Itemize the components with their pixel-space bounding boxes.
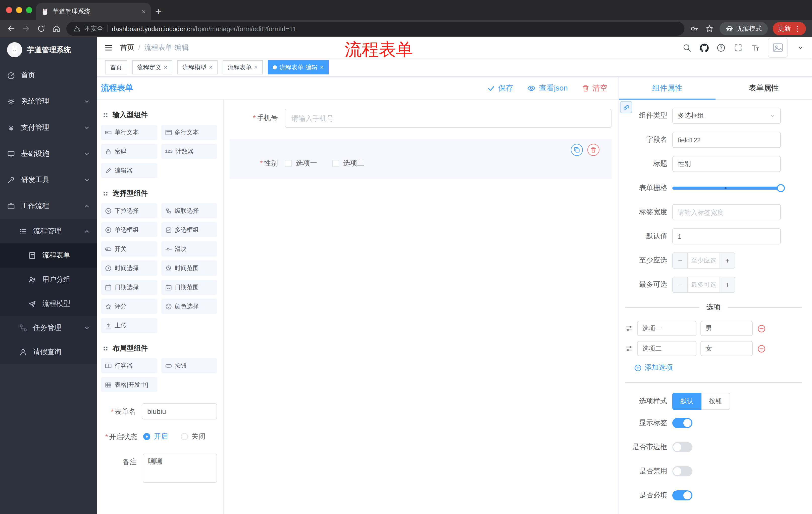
gender-field-block-selected[interactable]: *性别 选项一 选项二 <box>230 139 611 179</box>
min-select-value[interactable]: 至少应选 <box>688 253 720 268</box>
disabled-switch[interactable] <box>672 466 692 476</box>
radio-closed[interactable]: 关闭 <box>181 432 205 441</box>
sidebar-item-payment[interactable]: ¥ 支付管理 <box>0 115 97 141</box>
back-icon[interactable] <box>6 24 16 34</box>
border-switch[interactable] <box>672 442 692 452</box>
tag-home[interactable]: 首页 <box>105 60 127 75</box>
sidebar-item-process-model[interactable]: 流程模型 <box>0 292 97 316</box>
browser-update-button[interactable]: 更新 ⋮ <box>773 22 806 35</box>
password-key-icon[interactable] <box>689 24 699 34</box>
palette-item-switch[interactable]: 开关 <box>101 241 157 256</box>
form-name-input[interactable] <box>142 403 217 420</box>
minus-icon[interactable]: − <box>673 277 688 292</box>
save-button[interactable]: 保存 <box>488 83 513 93</box>
window-zoom-button[interactable] <box>26 7 32 13</box>
field-name-input[interactable] <box>672 132 781 148</box>
slider-handle[interactable] <box>777 184 785 192</box>
sidebar-logo[interactable]: 芋道管理系统 <box>0 37 97 62</box>
style-default-button[interactable]: 默认 <box>672 393 701 410</box>
view-json-button[interactable]: 查看json <box>527 83 568 93</box>
palette-item-date-range[interactable]: 日期范围 <box>161 280 217 295</box>
tag-process-form[interactable]: 流程表单× <box>223 60 263 75</box>
palette-item-time-range[interactable]: 时间范围 <box>161 261 217 276</box>
palette-item-rate[interactable]: 评分 <box>101 299 157 314</box>
option-value-input[interactable] <box>700 321 753 336</box>
palette-item-cascader[interactable]: 级联选择 <box>161 203 217 218</box>
avatar[interactable] <box>768 38 788 58</box>
add-option-button[interactable]: 添加选项 <box>634 363 802 372</box>
close-icon[interactable]: × <box>254 64 258 71</box>
minus-icon[interactable]: − <box>673 253 688 268</box>
sidebar-item-system[interactable]: 系统管理 <box>0 88 97 115</box>
palette-item-editor[interactable]: 编辑器 <box>101 163 157 178</box>
slider-track[interactable] <box>672 187 781 190</box>
phone-input[interactable] <box>285 109 611 128</box>
phone-field-row[interactable]: *手机号 <box>230 109 611 128</box>
style-button-button[interactable]: 按钮 <box>701 393 730 410</box>
grid-slider[interactable] <box>672 180 781 196</box>
palette-item-time-picker[interactable]: 时间选择 <box>101 261 157 276</box>
sidebar-item-workflow[interactable]: 工作流程 <box>0 193 97 219</box>
browser-menu-icon[interactable]: ⋮ <box>794 25 801 33</box>
checkbox-option-2[interactable]: 选项二 <box>332 159 364 168</box>
plus-icon[interactable]: + <box>720 277 735 292</box>
reload-icon[interactable] <box>36 24 46 34</box>
tag-process-form-edit[interactable]: 流程表单-编辑× <box>268 60 329 75</box>
sidebar-item-task-management[interactable]: 任务管理 <box>0 316 97 340</box>
palette-item-checkbox-group[interactable]: 多选框组 <box>161 222 217 237</box>
sidebar-toggle-icon[interactable] <box>104 43 113 52</box>
palette-item-table[interactable]: 表格[开发中] <box>101 377 157 392</box>
component-type-select[interactable]: 多选框组 <box>672 108 781 124</box>
palette-item-slider[interactable]: 滑块 <box>161 241 217 256</box>
help-icon[interactable] <box>717 43 726 52</box>
palette-item-counter[interactable]: 123计数器 <box>161 144 217 159</box>
palette-item-password[interactable]: 密码 <box>101 144 157 159</box>
tab-form-props[interactable]: 表单属性 <box>716 77 812 99</box>
breadcrumb-home[interactable]: 首页 <box>120 43 134 52</box>
fullscreen-icon[interactable] <box>734 43 743 52</box>
title-input[interactable] <box>672 156 781 172</box>
browser-tab[interactable]: 芋道管理系统 × <box>36 3 151 20</box>
default-value-input[interactable] <box>672 228 781 244</box>
delete-component-button[interactable] <box>587 144 600 156</box>
clear-button[interactable]: 清空 <box>582 83 608 93</box>
tag-process-definition[interactable]: 流程定义× <box>132 60 172 75</box>
remove-option-icon[interactable] <box>757 324 766 333</box>
window-close-button[interactable] <box>6 7 12 13</box>
tab-close-icon[interactable]: × <box>142 8 146 15</box>
option-label-input[interactable] <box>637 341 696 356</box>
close-icon[interactable]: × <box>164 64 167 71</box>
close-icon[interactable]: × <box>209 64 212 71</box>
checkbox-option-1[interactable]: 选项一 <box>285 159 317 168</box>
sidebar-item-devtools[interactable]: 研发工具 <box>0 167 97 193</box>
github-icon[interactable] <box>699 43 708 52</box>
required-switch[interactable] <box>672 490 692 501</box>
sidebar-item-leave-query[interactable]: 请假查询 <box>0 340 97 364</box>
palette-item-color-picker[interactable]: 颜色选择 <box>161 299 217 314</box>
sidebar-item-home[interactable]: 首页 <box>0 62 97 88</box>
remove-option-icon[interactable] <box>757 344 766 353</box>
palette-item-textarea[interactable]: 多行文本 <box>161 125 217 140</box>
palette-item-single-text[interactable]: 单行文本 <box>101 125 157 140</box>
sidebar-item-process-form[interactable]: 流程表单 <box>0 243 97 268</box>
search-icon[interactable] <box>683 43 691 52</box>
form-remark-textarea[interactable]: 嘿嘿 <box>143 454 217 483</box>
drag-handle-icon[interactable] <box>625 324 633 332</box>
palette-item-button[interactable]: 按钮 <box>161 358 217 373</box>
plus-icon[interactable]: + <box>720 253 735 268</box>
font-size-icon[interactable] <box>751 43 760 52</box>
max-select-value[interactable]: 最多可选 <box>688 277 720 292</box>
sidebar-item-infra[interactable]: 基础设施 <box>0 141 97 167</box>
tag-process-model[interactable]: 流程模型× <box>177 60 218 75</box>
copy-component-button[interactable] <box>571 144 583 156</box>
palette-item-row-container[interactable]: 行容器 <box>101 358 157 373</box>
bookmark-star-icon[interactable] <box>704 24 715 34</box>
home-icon[interactable] <box>51 24 61 34</box>
new-tab-button[interactable]: + <box>156 6 161 17</box>
close-icon[interactable]: × <box>320 64 324 71</box>
palette-item-upload[interactable]: 上传 <box>101 318 157 333</box>
show-label-switch[interactable] <box>672 418 692 428</box>
label-width-input[interactable] <box>672 204 781 220</box>
tab-component-props[interactable]: 组件属性 <box>619 77 716 99</box>
sidebar-item-process-management[interactable]: 流程管理 <box>0 219 97 243</box>
